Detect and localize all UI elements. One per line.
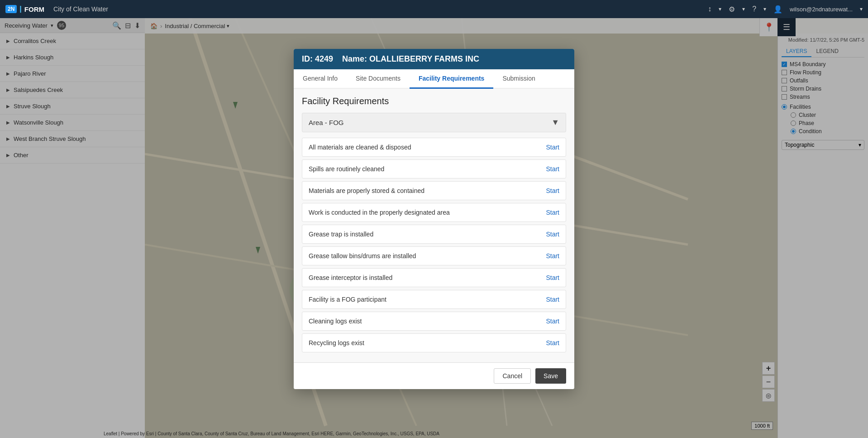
settings-chevron-icon[interactable]: ▾ bbox=[742, 6, 745, 12]
requirement-row[interactable]: Cleaning logs exist Start bbox=[302, 312, 566, 331]
requirement-row[interactable]: Materials are properly stored & containe… bbox=[302, 181, 566, 200]
city-name: City of Clean Water bbox=[53, 5, 108, 13]
requirement-row[interactable]: Recycling logs exist Start bbox=[302, 333, 566, 352]
requirement-row[interactable]: Spills are routinely cleaned Start bbox=[302, 159, 566, 178]
modal-body: Facility Requirements Area - FOG ▼ All m… bbox=[294, 89, 574, 362]
area-dropdown-arrow-icon: ▼ bbox=[551, 118, 559, 127]
facility-modal: ID: 4249 Name: OLALLIEBERRY FARMS INC Ge… bbox=[294, 49, 574, 389]
settings-icon[interactable]: ⚙ bbox=[729, 5, 735, 14]
modal-footer: Cancel Save bbox=[294, 362, 574, 389]
requirement-label: Grease trap is installed bbox=[309, 231, 546, 238]
tab-submission[interactable]: Submission bbox=[493, 69, 544, 89]
requirement-label: Recycling logs exist bbox=[309, 339, 546, 347]
requirement-label: Cleaning logs exist bbox=[309, 318, 546, 325]
requirement-row[interactable]: Facility is a FOG participant Start bbox=[302, 290, 566, 309]
help-chevron-icon[interactable]: ▾ bbox=[763, 6, 766, 12]
help-icon[interactable]: ? bbox=[752, 5, 756, 13]
requirement-label: Facility is a FOG participant bbox=[309, 296, 546, 303]
requirement-row[interactable]: Grease interceptor is installed Start bbox=[302, 268, 566, 287]
requirement-row[interactable]: Grease tallow bins/drums are installed S… bbox=[302, 246, 566, 265]
requirement-start-button[interactable]: Start bbox=[546, 339, 559, 347]
requirement-start-button[interactable]: Start bbox=[546, 187, 559, 194]
cancel-button[interactable]: Cancel bbox=[494, 368, 531, 384]
requirements-container: All materials are cleaned & disposed Sta… bbox=[302, 138, 566, 352]
requirement-start-button[interactable]: Start bbox=[546, 144, 559, 151]
app-logo[interactable]: 2N | FORM bbox=[5, 5, 44, 13]
modal-header: ID: 4249 Name: OLALLIEBERRY FARMS INC bbox=[294, 49, 574, 69]
tab-site-documents[interactable]: Site Documents bbox=[347, 69, 410, 89]
top-navigation: 2N | FORM City of Clean Water ↕ ▾ ⚙ ▾ ? … bbox=[0, 0, 868, 18]
modal-name: Name: OLALLIEBERRY FARMS INC bbox=[342, 54, 479, 64]
modal-overlay: ID: 4249 Name: OLALLIEBERRY FARMS INC Ge… bbox=[0, 0, 868, 438]
nav-icons: ↕ ▾ ⚙ ▾ ? ▾ 👤 wilson@2ndnaturewat... ▾ bbox=[708, 5, 863, 14]
requirement-label: All materials are cleaned & disposed bbox=[309, 144, 546, 151]
user-chevron-icon[interactable]: ▾ bbox=[860, 6, 863, 12]
requirement-start-button[interactable]: Start bbox=[546, 296, 559, 303]
requirement-start-button[interactable]: Start bbox=[546, 274, 559, 281]
area-dropdown-label: Area - FOG bbox=[309, 119, 551, 126]
logo-text: | bbox=[19, 5, 21, 13]
requirement-start-button[interactable]: Start bbox=[546, 252, 559, 260]
modal-id: ID: 4249 bbox=[302, 54, 333, 64]
tab-facility-requirements[interactable]: Facility Requirements bbox=[410, 69, 494, 89]
user-icon[interactable]: 👤 bbox=[773, 5, 782, 14]
logo-icon: 2N bbox=[5, 5, 17, 13]
requirement-start-button[interactable]: Start bbox=[546, 165, 559, 173]
sort-icon[interactable]: ↕ bbox=[708, 5, 711, 13]
requirement-start-button[interactable]: Start bbox=[546, 231, 559, 238]
modal-section-title: Facility Requirements bbox=[302, 96, 566, 106]
requirement-start-button[interactable]: Start bbox=[546, 209, 559, 216]
requirement-start-button[interactable]: Start bbox=[546, 318, 559, 325]
requirement-row[interactable]: All materials are cleaned & disposed Sta… bbox=[302, 138, 566, 157]
requirement-row[interactable]: Grease trap is installed Start bbox=[302, 225, 566, 244]
requirement-label: Grease interceptor is installed bbox=[309, 274, 546, 281]
area-dropdown[interactable]: Area - FOG ▼ bbox=[302, 113, 566, 132]
tab-general-info[interactable]: General Info bbox=[294, 69, 347, 89]
logo-form-text: FORM bbox=[24, 5, 44, 13]
user-name[interactable]: wilson@2ndnaturewat... bbox=[790, 6, 853, 13]
requirement-label: Grease tallow bins/drums are installed bbox=[309, 252, 546, 260]
requirement-label: Work is conducted in the properly design… bbox=[309, 209, 546, 216]
modal-tabs: General Info Site Documents Facility Req… bbox=[294, 69, 574, 89]
requirement-label: Materials are properly stored & containe… bbox=[309, 187, 546, 194]
requirement-row[interactable]: Work is conducted in the properly design… bbox=[302, 203, 566, 222]
chevron-sort-icon[interactable]: ▾ bbox=[719, 6, 721, 12]
requirement-label: Spills are routinely cleaned bbox=[309, 165, 546, 173]
save-button[interactable]: Save bbox=[535, 368, 566, 384]
